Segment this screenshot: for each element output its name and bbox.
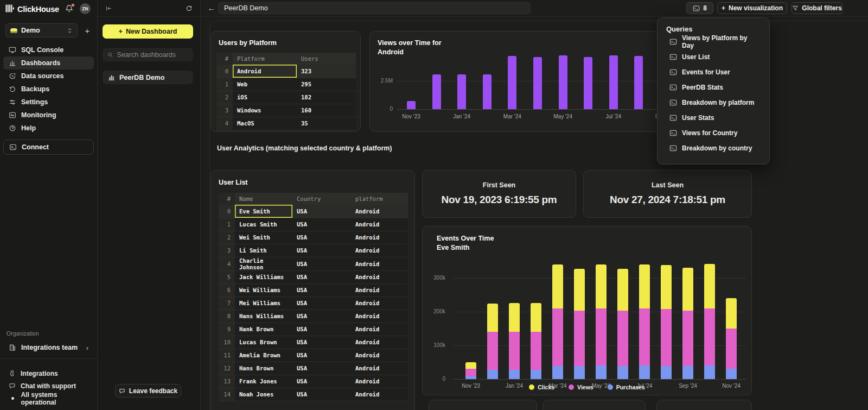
table-cell[interactable]: USA (292, 349, 351, 362)
sidebar-item-backups[interactable]: Backups (3, 83, 94, 96)
notifications-bell-icon[interactable] (65, 4, 74, 14)
table-cell[interactable]: Android (351, 205, 408, 218)
stacked-bar-Feb24[interactable] (531, 303, 541, 379)
table-cell[interactable]: 5 (219, 270, 235, 283)
stacked-bar-Jan24[interactable] (509, 303, 520, 379)
table-cell[interactable]: 160 (297, 104, 356, 117)
query-item[interactable]: Views for Country (658, 125, 769, 141)
table-cell[interactable]: 35 (297, 117, 356, 130)
query-item[interactable]: Views by Platform by Day (658, 34, 769, 49)
table-cell[interactable]: Hans Williams (235, 310, 292, 323)
table-cell[interactable]: Li Smith (235, 244, 292, 257)
table-cell[interactable]: 13 (219, 375, 235, 388)
table-cell[interactable]: Android (351, 362, 408, 375)
query-item[interactable]: Events for User (658, 65, 769, 80)
table-cell[interactable]: USA (292, 323, 351, 336)
table-cell[interactable]: 11 (219, 349, 235, 362)
bar-Feb24[interactable] (483, 74, 492, 109)
table-cell[interactable]: 1 (219, 218, 235, 231)
table-cell[interactable]: 3 (216, 104, 233, 117)
bar-Jun24[interactable] (584, 57, 592, 109)
table-row[interactable]: 3Li SmithUSAAndroid (219, 244, 408, 257)
sidebar-item-help[interactable]: Help (3, 122, 94, 135)
query-item[interactable]: Breakdown by country (658, 141, 769, 156)
table-cell[interactable]: Amelia Brown (235, 349, 292, 362)
add-service-button[interactable]: + (82, 25, 93, 36)
bar-May24[interactable] (559, 55, 567, 109)
sidebar-item-dashboards[interactable]: Dashboards (3, 56, 94, 70)
table-cell[interactable]: 12 (219, 362, 235, 375)
collapse-panel-icon[interactable] (105, 5, 112, 12)
stacked-bar-Dec23[interactable] (487, 304, 498, 380)
table-cell[interactable]: 0 (219, 205, 235, 218)
table-cell[interactable]: Hans Brown (235, 362, 292, 375)
table-row[interactable]: 14Noah JonesUSAAndroid (219, 388, 408, 401)
stacked-bar-Sep24[interactable] (682, 268, 693, 379)
stacked-bar-Jul24[interactable] (639, 264, 650, 379)
queries-count-button[interactable]: 8 (686, 2, 713, 14)
search-dashboards-input[interactable] (117, 51, 188, 59)
table-row[interactable]: 3Windows160 (216, 104, 356, 117)
table-cell[interactable]: USA (292, 218, 351, 231)
legend-item-clicks[interactable]: Clicks (529, 384, 554, 390)
user-avatar[interactable]: ZN (80, 3, 91, 14)
new-visualization-button[interactable]: + New visualization (717, 2, 787, 14)
table-cell[interactable]: 10 (219, 336, 235, 349)
table-row[interactable]: 0Android323 (216, 65, 356, 78)
query-item[interactable]: PeerDB Stats (658, 80, 769, 95)
query-item[interactable]: User List (658, 49, 769, 65)
sidebar-item-data-sources[interactable]: Data sources (3, 70, 94, 83)
table-cell[interactable]: Android (351, 388, 408, 401)
table-cell[interactable]: MacOS (233, 117, 297, 130)
bar-Dec23[interactable] (432, 74, 441, 109)
table-row[interactable]: 1Web295 (216, 78, 356, 91)
bar-Mar24[interactable] (508, 56, 516, 109)
table-row[interactable]: 6Wei WilliamsUSAAndroid (219, 283, 408, 297)
table-row[interactable]: 11Amelia BrownUSAAndroid (219, 349, 408, 362)
table-cell[interactable]: USA (292, 388, 351, 401)
workspace-select[interactable]: Demo (5, 23, 78, 37)
refresh-icon[interactable] (186, 5, 193, 12)
table-cell[interactable]: Android (351, 323, 408, 336)
table-row[interactable]: 9Hank BrownUSAAndroid (219, 323, 408, 336)
bar-Apr24[interactable] (533, 57, 542, 109)
dashboard-list-item[interactable]: PeerDB Demo (103, 71, 193, 84)
table-cell[interactable]: 295 (297, 78, 356, 91)
table-row[interactable]: 8Hans WilliamsUSAAndroid (219, 310, 408, 323)
table-cell[interactable]: Android (351, 349, 408, 362)
table-cell[interactable]: USA (292, 244, 351, 257)
table-cell[interactable]: USA (292, 375, 351, 388)
dashboard-title-input[interactable] (218, 2, 531, 14)
table-cell[interactable]: USA (292, 205, 351, 218)
back-button[interactable]: ← (206, 3, 217, 14)
table-cell[interactable]: Hank Brown (235, 323, 292, 336)
table-cell[interactable]: Wei Williams (235, 283, 292, 297)
table-cell[interactable]: USA (292, 310, 351, 323)
table-cell[interactable]: 7 (219, 297, 235, 310)
table-cell[interactable]: 323 (297, 65, 356, 78)
connect-button[interactable]: Connect (3, 140, 94, 155)
table-cell[interactable]: 2 (216, 91, 233, 104)
table-cell[interactable]: Android (351, 257, 408, 270)
footer-item-integrations[interactable]: Integrations (3, 367, 94, 380)
table-cell[interactable]: Android (351, 283, 408, 297)
bar-Jul24[interactable] (609, 55, 618, 109)
sidebar-item-monitoring[interactable]: Monitoring (3, 109, 94, 122)
table-cell[interactable]: Android (351, 310, 408, 323)
table-cell[interactable]: Web (233, 78, 297, 91)
table-cell[interactable]: Android (351, 231, 408, 244)
bar-Jan24[interactable] (457, 74, 466, 109)
table-row[interactable]: 1Lucas SmithUSAAndroid (219, 218, 408, 231)
table-row[interactable]: 2iOS182 (216, 91, 356, 104)
table-cell[interactable]: iOS (233, 91, 297, 104)
sidebar-item-settings[interactable]: Settings (3, 96, 94, 109)
table-cell[interactable]: Mei Williams (235, 297, 292, 310)
stacked-bar-Mar24[interactable] (552, 264, 563, 379)
table-cell[interactable]: Noah Jones (235, 388, 292, 401)
table-cell[interactable]: Android (351, 297, 408, 310)
stacked-bar-Jun24[interactable] (617, 269, 628, 379)
table-cell[interactable]: Android (351, 336, 408, 349)
table-cell[interactable]: USA (292, 270, 351, 283)
table-cell[interactable]: Windows (233, 104, 297, 117)
table-row[interactable]: 12Hans BrownUSAAndroid (219, 362, 408, 375)
